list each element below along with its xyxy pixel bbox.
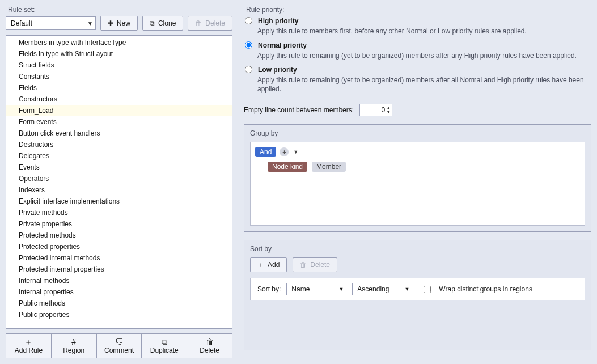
delete-ruleset-label: Delete: [205, 19, 225, 27]
priority-description: Apply this rule to remaining (yet to be …: [257, 75, 591, 94]
trash-icon: 🗑: [300, 261, 307, 268]
list-item[interactable]: Events: [6, 162, 232, 173]
list-item[interactable]: Indexers: [6, 184, 232, 196]
sort-field-text: Name: [291, 285, 310, 293]
delete-sort-button[interactable]: 🗑 Delete: [293, 257, 337, 272]
duplicate-button[interactable]: ⧉ Duplicate: [142, 333, 187, 358]
empty-line-label: Empty line count between members:: [244, 106, 354, 114]
comment-label: Comment: [104, 346, 134, 354]
list-item[interactable]: Protected internal properties: [6, 264, 232, 275]
ruleset-select[interactable]: Default ▼: [6, 16, 96, 30]
priority-label: Low priority: [258, 66, 297, 74]
copy-icon: ⧉: [150, 20, 155, 27]
list-item[interactable]: Operators: [6, 173, 232, 184]
list-item[interactable]: Struct fields: [6, 60, 232, 71]
chevron-down-icon: ▼: [404, 286, 409, 292]
delete-sort-label: Delete: [310, 261, 330, 269]
list-item[interactable]: Private methods: [6, 207, 232, 218]
list-item[interactable]: Private properties: [6, 218, 232, 230]
chevron-down-icon: ▼: [338, 286, 344, 292]
rules-list[interactable]: Members in type with InterfaceTypeFields…: [6, 35, 232, 329]
empty-line-spinner[interactable]: ▲ ▼: [359, 104, 392, 116]
priority-description: Apply this rule to members first, before…: [257, 27, 591, 36]
new-button-label: New: [117, 19, 130, 27]
plus-square-icon: ✚: [108, 20, 113, 27]
comment-button[interactable]: 🗨 Comment: [97, 333, 142, 358]
new-button[interactable]: ✚ New: [100, 16, 138, 31]
empty-line-input[interactable]: [369, 106, 385, 114]
add-rule-button[interactable]: ＋ Add Rule: [6, 333, 52, 358]
spinner-down-icon[interactable]: ▼: [386, 110, 391, 114]
duplicate-label: Duplicate: [150, 346, 179, 354]
list-item[interactable]: Protected properties: [6, 241, 232, 252]
member-tag[interactable]: Member: [312, 162, 346, 172]
add-condition-button[interactable]: +: [280, 147, 289, 156]
sortby-title: Sort by: [250, 245, 585, 253]
list-item[interactable]: Fields in type with StructLayout: [6, 48, 232, 60]
clone-button[interactable]: ⧉ Clone: [142, 16, 183, 31]
sort-row: Sort by: Name ▼ Ascending ▼ Wrap distinc…: [250, 278, 585, 300]
trash-icon: 🗑: [206, 338, 214, 346]
comment-icon: 🗨: [115, 338, 123, 346]
list-item[interactable]: Protected methods: [6, 230, 232, 241]
list-item[interactable]: Destructors: [6, 139, 232, 150]
chevron-down-icon: ▼: [87, 20, 93, 27]
clone-button-label: Clone: [158, 19, 176, 27]
ruleset-label: Rule set:: [8, 6, 232, 14]
list-item[interactable]: Form_Load: [6, 105, 232, 116]
list-item[interactable]: Button click event handlers: [6, 128, 232, 139]
list-item[interactable]: Public methods: [6, 298, 232, 309]
priority-radio[interactable]: [245, 66, 252, 73]
wrap-regions-label: Wrap distinct groups in regions: [439, 285, 532, 293]
list-item[interactable]: Constructors: [6, 94, 232, 105]
list-item[interactable]: Internal methods: [6, 275, 232, 286]
list-item[interactable]: Fields: [6, 82, 232, 94]
chevron-down-icon[interactable]: ▼: [293, 149, 298, 155]
list-item[interactable]: Constants: [6, 71, 232, 82]
delete-rule-label: Delete: [200, 346, 219, 354]
priority-label: Normal priority: [258, 41, 307, 49]
delete-rule-button[interactable]: 🗑 Delete: [187, 333, 232, 358]
list-item[interactable]: Members in type with InterfaceType: [6, 37, 232, 48]
add-rule-label: Add Rule: [15, 346, 43, 354]
wrap-regions-checkbox[interactable]: [424, 286, 431, 293]
priority-radio[interactable]: [245, 41, 252, 49]
groupby-title: Group by: [250, 129, 585, 137]
trash-icon: 🗑: [195, 20, 202, 27]
add-sort-button[interactable]: ＋ Add: [250, 257, 287, 272]
priority-description: Apply this rule to remaining (yet to be …: [257, 51, 591, 60]
list-item[interactable]: Internal properties: [6, 286, 232, 298]
delete-ruleset-button[interactable]: 🗑 Delete: [188, 16, 232, 31]
region-button[interactable]: # Region: [52, 333, 97, 358]
priority-radio[interactable]: [245, 17, 252, 24]
sort-order-text: Ascending: [357, 285, 389, 293]
plus-icon: ＋: [257, 261, 264, 268]
sort-field-select[interactable]: Name ▼: [286, 283, 346, 295]
priority-label: High priority: [258, 17, 298, 25]
list-item[interactable]: Form events: [6, 116, 232, 128]
list-item[interactable]: Public properties: [6, 309, 232, 320]
list-item[interactable]: Explicit interface implementations: [6, 196, 232, 207]
hash-icon: #: [71, 338, 76, 346]
list-item[interactable]: Protected internal methods: [6, 252, 232, 264]
plus-icon: ＋: [24, 338, 32, 346]
region-label: Region: [63, 346, 84, 354]
sort-row-label: Sort by:: [257, 285, 281, 293]
priority-title: Rule priority:: [246, 6, 591, 14]
list-item[interactable]: Delegates: [6, 150, 232, 162]
duplicate-icon: ⧉: [162, 338, 167, 346]
and-tag[interactable]: And: [255, 147, 276, 157]
add-sort-label: Add: [268, 261, 280, 269]
ruleset-selected-text: Default: [11, 19, 32, 27]
sort-order-select[interactable]: Ascending ▼: [352, 283, 412, 295]
node-kind-tag[interactable]: Node kind: [268, 162, 307, 172]
